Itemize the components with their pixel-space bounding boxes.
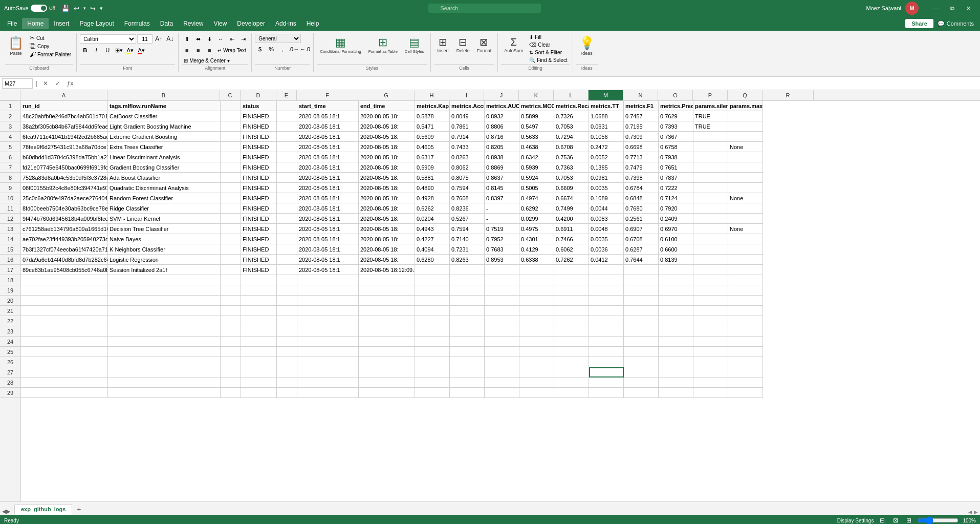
cell[interactable]: 0.2472 <box>589 142 624 152</box>
format-button[interactable]: ⊠ Format <box>474 34 495 56</box>
cell[interactable]: 0.4975 <box>519 224 554 234</box>
cell[interactable] <box>277 162 297 173</box>
cell[interactable] <box>359 367 415 378</box>
cell[interactable]: Ridge Classifier <box>108 203 221 214</box>
page-layout-view-button[interactable]: ⊠ <box>891 516 900 524</box>
bold-button[interactable]: B <box>80 45 90 55</box>
cell[interactable] <box>108 275 221 285</box>
cell[interactable] <box>519 275 554 285</box>
cell[interactable] <box>728 306 763 316</box>
col-header-p[interactable]: P <box>693 90 728 100</box>
cell[interactable]: 0.7861 <box>450 121 485 132</box>
cell[interactable] <box>450 388 485 398</box>
cell[interactable]: 0.5471 <box>415 121 450 132</box>
cell[interactable] <box>297 306 359 316</box>
cell[interactable] <box>450 378 485 388</box>
cell[interactable]: 0.6317 <box>415 152 450 162</box>
cell[interactable]: Extreme Gradient Boosting <box>108 132 221 142</box>
cell[interactable] <box>554 265 589 275</box>
cell[interactable]: 0.7393 <box>659 121 693 132</box>
cell[interactable]: 0.4094 <box>415 244 450 255</box>
cell[interactable] <box>277 337 297 347</box>
row-header[interactable]: 7 <box>0 162 20 173</box>
cell[interactable] <box>450 285 485 296</box>
col-header-r[interactable]: R <box>763 90 814 100</box>
cell[interactable] <box>589 306 624 316</box>
zoom-slider[interactable] <box>918 517 959 523</box>
cell[interactable]: 0.4890 <box>415 183 450 193</box>
cell[interactable] <box>241 347 277 357</box>
cell[interactable] <box>554 357 589 367</box>
cell[interactable]: 0.6970 <box>659 224 693 234</box>
cell[interactable] <box>221 316 241 326</box>
insert-function-button[interactable]: ƒx <box>65 78 75 89</box>
cell[interactable]: 6fca9711c41041b194f2cd2b685ae89f <box>21 132 108 142</box>
cell[interactable]: 2020-08-05 18: <box>359 214 415 224</box>
cell[interactable]: 38a2bf305cb84b67af9844dd5feae71b <box>21 121 108 132</box>
decrease-font-size-button[interactable]: A↓ <box>165 34 175 44</box>
cell[interactable] <box>554 316 589 326</box>
cell[interactable]: b60dbdd1d3704c6398da75bb1a27c6f1 <box>21 152 108 162</box>
search-input[interactable] <box>428 4 541 13</box>
cell[interactable]: 0.7594 <box>450 183 485 193</box>
cell[interactable] <box>221 173 241 183</box>
cell[interactable] <box>21 337 108 347</box>
wrap-text-button[interactable]: ↵ Wrap Text <box>215 47 248 54</box>
cell[interactable] <box>277 244 297 255</box>
cell[interactable] <box>241 378 277 388</box>
cell[interactable] <box>693 285 728 296</box>
cell[interactable] <box>693 203 728 214</box>
cell[interactable] <box>693 183 728 193</box>
cell[interactable] <box>624 357 659 367</box>
cell[interactable] <box>519 337 554 347</box>
row-header[interactable]: 9 <box>0 183 20 193</box>
cell[interactable] <box>450 357 485 367</box>
cell[interactable] <box>519 285 554 296</box>
cell[interactable] <box>21 357 108 367</box>
cell[interactable] <box>485 337 519 347</box>
cell[interactable] <box>221 378 241 388</box>
cell[interactable] <box>21 347 108 357</box>
cell[interactable]: - <box>485 203 519 214</box>
cell[interactable]: 0.5267 <box>450 214 485 224</box>
cell[interactable] <box>359 316 415 326</box>
cell[interactable]: 25c0c6a200fe497da2aece276404bb21 <box>21 193 108 203</box>
cell[interactable] <box>277 121 297 132</box>
cell[interactable]: params.max_d <box>728 101 763 111</box>
cell[interactable] <box>693 244 728 255</box>
row-header[interactable]: 26 <box>0 357 20 367</box>
fill-color-button[interactable]: A▾ <box>125 45 135 55</box>
cell[interactable] <box>659 388 693 398</box>
cell[interactable]: 2020-08-05 18: <box>359 132 415 142</box>
format-as-table-button[interactable]: ⊞ Format as Table <box>365 34 401 56</box>
cell[interactable] <box>485 316 519 326</box>
cell[interactable] <box>693 378 728 388</box>
cell[interactable]: 0.6600 <box>659 244 693 255</box>
cell[interactable]: 0.7536 <box>554 152 589 162</box>
col-header-o[interactable]: O <box>658 90 693 100</box>
cell[interactable]: 0.1056 <box>589 132 624 142</box>
cell[interactable] <box>359 306 415 316</box>
cell[interactable] <box>297 275 359 285</box>
menu-file[interactable]: File <box>2 18 22 29</box>
cell-reference-input[interactable] <box>2 78 33 89</box>
cell[interactable] <box>519 265 554 275</box>
cell[interactable]: 0.5899 <box>519 111 554 121</box>
cell[interactable] <box>624 316 659 326</box>
cell[interactable]: 0.8263 <box>450 152 485 162</box>
cell[interactable]: 7528a83d8a0b4c53b0df5f3c3728a203 <box>21 173 108 183</box>
cell[interactable]: metrics.TT <box>589 101 624 111</box>
cell-styles-button[interactable]: ▤ Cell Styles <box>402 34 427 56</box>
cell[interactable]: 0.4227 <box>415 234 450 244</box>
menu-home[interactable]: Home <box>22 18 49 29</box>
cell[interactable] <box>21 378 108 388</box>
cell[interactable] <box>221 203 241 214</box>
cell[interactable] <box>554 285 589 296</box>
cell[interactable]: 2020-08-05 18:1 <box>297 173 359 183</box>
cell[interactable]: 0.5881 <box>415 173 450 183</box>
cell[interactable]: SVM - Linear Kernel <box>108 214 221 224</box>
cell[interactable]: 2020-08-05 18:1 <box>297 142 359 152</box>
menu-help[interactable]: Help <box>301 18 324 29</box>
cell[interactable]: 0.8953 <box>485 255 519 265</box>
cell[interactable] <box>221 347 241 357</box>
